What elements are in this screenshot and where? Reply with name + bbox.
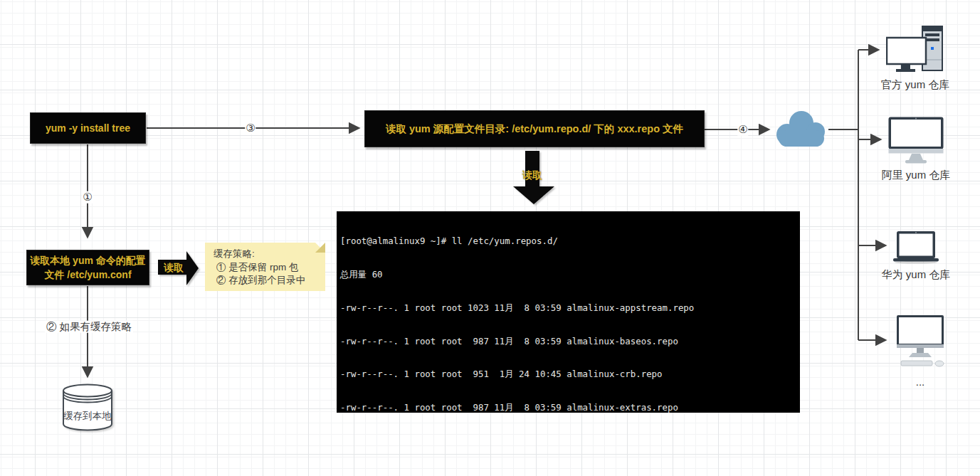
server-official[interactable]: 官方 yum 仓库 [873,26,958,92]
workstation-icon [886,26,944,74]
read-arrow-down-label: 读取 [522,169,542,182]
conf-box[interactable]: 读取本地 yum 命令的配置 文件 /etc/yum.conf [26,250,149,285]
read-arrow-right-label: 读取 [164,262,184,275]
terminal-window[interactable]: [root@almalinux9 ~]# ll /etc/yum.repos.d… [337,211,800,413]
database-icon [62,384,113,432]
edge-label-step4: ④ [737,124,748,136]
note-title: 缓存策略: [214,248,320,261]
edge-label-step2: ② 如果有缓存策略 [45,321,133,333]
terminal-line: 总用量 60 [340,269,800,280]
conf-box-line2: 文件 /etc/yum.conf [44,268,131,282]
server-ali-label: 阿里 yum 仓库 [882,169,951,182]
desktop-icon [892,314,948,369]
note-item-2: ② 存放到那个目录中 [214,274,320,287]
cylinder-label: 缓存到本地 [62,410,113,423]
repo-box-label: 读取 yum 源配置文件目录: /etc/yum.repo.d/ 下的 xxx.… [386,122,683,136]
server-other[interactable]: ... [878,314,963,388]
imac-icon [888,117,944,164]
cmd-box[interactable]: yum -y install tree [30,112,146,144]
terminal-line: -rw-r--r--. 1 root root 951 1月 24 10:45 … [340,369,800,380]
note-fold-corner [315,243,325,253]
server-huawei-label: 华为 yum 仓库 [882,268,951,282]
conf-box-line1: 读取本地 yum 命令的配置 [30,253,146,268]
server-official-label: 官方 yum 仓库 [881,78,950,92]
cache-policy-note[interactable]: 缓存策略: ① 是否保留 rpm 包 ② 存放到那个目录中 [205,243,325,291]
cloud-icon [773,108,830,149]
note-item-1: ① 是否保留 rpm 包 [214,261,320,275]
terminal-line: -rw-r--r--. 1 root root 987 11月 8 03:59 … [340,336,800,347]
diagram-canvas: yum -y install tree 读取本地 yum 命令的配置 文件 /e… [0,0,980,476]
terminal-line: [root@almalinux9 ~]# ll /etc/yum.repos.d… [340,236,800,247]
terminal-line: -rw-r--r--. 1 root root 987 11月 8 03:59 … [340,402,800,413]
edge-label-step1: ① [82,191,93,203]
cmd-box-label: yum -y install tree [46,122,130,134]
edge-label-step3: ③ [245,122,255,134]
laptop-icon [893,231,939,264]
local-cache-cylinder[interactable] [62,384,113,432]
server-other-label: ... [916,376,925,388]
internet-cloud[interactable] [773,108,830,149]
server-ali[interactable]: 阿里 yum 仓库 [873,117,959,182]
terminal-line: -rw-r--r--. 1 root root 1023 11月 8 03:59… [340,302,800,314]
repo-box[interactable]: 读取 yum 源配置文件目录: /etc/yum.repo.d/ 下的 xxx.… [364,110,705,147]
server-huawei[interactable]: 华为 yum 仓库 [873,231,959,282]
